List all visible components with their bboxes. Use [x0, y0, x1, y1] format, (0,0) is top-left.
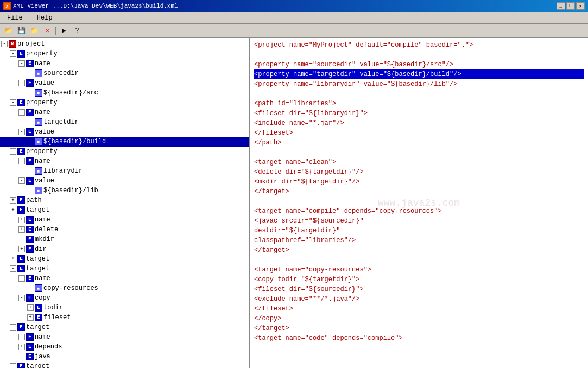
- node-label: name: [35, 333, 50, 341]
- tree-node[interactable]: +Edepends: [0, 342, 249, 352]
- run-button[interactable]: ▶: [58, 26, 70, 36]
- xml-line: <include name="*.jar"/>: [254, 118, 584, 128]
- expand-button[interactable]: -: [10, 99, 16, 106]
- tree-node[interactable]: +Ename: [0, 215, 249, 225]
- expand-button[interactable]: +: [18, 226, 25, 233]
- tree-node[interactable]: -Etarget: [0, 361, 249, 368]
- tree-node[interactable]: ■copy-resources: [0, 283, 249, 293]
- stop-button[interactable]: ✕: [41, 26, 53, 36]
- expand-button[interactable]: -: [10, 324, 16, 331]
- tree-node[interactable]: +Etarget: [0, 205, 249, 215]
- expand-button[interactable]: +: [18, 217, 25, 223]
- expand-button[interactable]: -: [10, 148, 16, 155]
- xml-line: <mkdir dir="${targetdir}"/>: [254, 177, 584, 187]
- expand-button[interactable]: +: [27, 314, 34, 321]
- save-button[interactable]: 💾: [15, 26, 27, 36]
- tree-node[interactable]: -Ename: [0, 59, 249, 68]
- open-button[interactable]: 📂: [2, 26, 14, 36]
- expand-button[interactable]: +: [18, 344, 25, 350]
- expand-button[interactable]: -: [18, 334, 25, 340]
- tree-node[interactable]: -Eproperty: [0, 98, 249, 107]
- maximize-button[interactable]: □: [566, 2, 575, 10]
- expand-placeholder: [18, 236, 25, 243]
- minimize-button[interactable]: _: [557, 2, 565, 10]
- node-icon: ■: [35, 167, 42, 175]
- expand-button[interactable]: -: [10, 50, 16, 57]
- menu-file[interactable]: File: [0, 12, 30, 23]
- expand-button[interactable]: -: [18, 295, 25, 301]
- expand-button[interactable]: -: [10, 265, 16, 272]
- xml-scroll[interactable]: <project name="MyProject" default="compi…: [250, 38, 588, 368]
- node-icon: ■: [35, 187, 42, 194]
- tree-node[interactable]: -Ename: [0, 107, 249, 117]
- expand-button[interactable]: -: [18, 80, 25, 86]
- expand-button[interactable]: +: [10, 207, 16, 213]
- tree-scroll[interactable]: -Rproject-Eproperty-Ename■sourcedir-Eval…: [0, 38, 249, 368]
- tree-node[interactable]: +Etodir: [0, 303, 249, 313]
- expand-button[interactable]: -: [18, 158, 25, 164]
- expand-button[interactable]: -: [18, 177, 25, 184]
- expand-button[interactable]: -: [10, 363, 16, 368]
- tree-node[interactable]: -Evalue: [0, 78, 249, 88]
- node-icon: E: [17, 148, 25, 155]
- expand-button[interactable]: -: [18, 60, 25, 67]
- tree-node[interactable]: -Eproperty: [0, 49, 249, 59]
- expand-placeholder: [27, 70, 34, 77]
- xml-line: <fileset dir="${librarydir}">: [254, 109, 584, 118]
- tree-node[interactable]: -Etarget: [0, 322, 249, 332]
- expand-button[interactable]: -: [18, 275, 25, 282]
- tree-node[interactable]: -Ename: [0, 156, 249, 166]
- xml-line: <target name="copy-resources">: [254, 265, 584, 275]
- node-label: copy-resources: [43, 284, 98, 292]
- tree-node[interactable]: ■librarydir: [0, 166, 249, 176]
- node-icon: E: [26, 245, 34, 253]
- folder-button[interactable]: 📁: [28, 26, 40, 36]
- expand-button[interactable]: +: [27, 304, 34, 311]
- node-label: delete: [35, 226, 58, 233]
- node-label: sourcedir: [43, 69, 79, 77]
- tree-node[interactable]: Emkdir: [0, 234, 249, 244]
- node-icon: E: [26, 79, 34, 87]
- expand-button[interactable]: +: [18, 246, 25, 252]
- expand-button[interactable]: -: [1, 41, 8, 47]
- tree-node[interactable]: -Ename: [0, 274, 249, 283]
- window-title: XML Viewer ...D:\Java_Dev\WEB\java2s\bui…: [13, 3, 178, 9]
- node-icon: ■: [35, 138, 42, 145]
- xml-line: <target name="code" depends="compile">: [254, 333, 584, 343]
- tree-node[interactable]: +Efileset: [0, 313, 249, 322]
- tree-node[interactable]: -Evalue: [0, 127, 249, 137]
- tree-node[interactable]: -Etarget: [0, 264, 249, 274]
- node-icon: R: [9, 40, 16, 48]
- expand-button[interactable]: +: [10, 256, 16, 262]
- close-button[interactable]: ✕: [576, 2, 585, 10]
- xml-line: </copy>: [254, 314, 584, 323]
- expand-button[interactable]: +: [10, 197, 16, 204]
- node-label: librarydir: [43, 167, 83, 175]
- xml-line: [254, 50, 584, 60]
- node-icon: ■: [35, 89, 42, 97]
- node-label: target: [26, 323, 49, 331]
- tree-node[interactable]: ■sourcedir: [0, 68, 249, 78]
- tree-node[interactable]: -Ename: [0, 332, 249, 342]
- help-button[interactable]: ?: [71, 26, 83, 36]
- node-label: value: [35, 79, 54, 87]
- tree-node[interactable]: +Etarget: [0, 254, 249, 264]
- menu-help[interactable]: Help: [30, 12, 60, 23]
- tree-node[interactable]: -Rproject: [0, 39, 249, 49]
- node-label: ${basedir}/lib: [43, 187, 98, 194]
- tree-node[interactable]: -Ecopy: [0, 293, 249, 303]
- node-icon: E: [17, 206, 25, 214]
- tree-node[interactable]: ■${basedir}/src: [0, 88, 249, 98]
- tree-node[interactable]: Ejava: [0, 352, 249, 361]
- tree-node[interactable]: -Evalue: [0, 176, 249, 186]
- expand-placeholder: [27, 119, 34, 125]
- expand-button[interactable]: -: [18, 109, 25, 116]
- tree-node[interactable]: ■${basedir}/lib: [0, 186, 249, 195]
- tree-node[interactable]: ■targetdir: [0, 117, 249, 127]
- expand-button[interactable]: -: [18, 129, 25, 135]
- tree-node[interactable]: -Eproperty: [0, 147, 249, 156]
- tree-node[interactable]: +Edelete: [0, 225, 249, 234]
- tree-node[interactable]: ■${basedir}/build: [0, 137, 249, 147]
- tree-node[interactable]: +Edir: [0, 244, 249, 254]
- tree-node[interactable]: +Epath: [0, 195, 249, 205]
